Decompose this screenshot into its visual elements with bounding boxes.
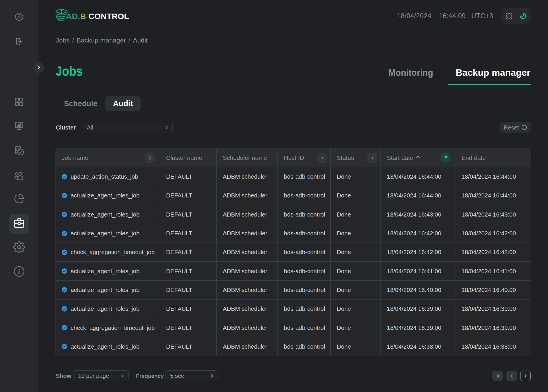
svg-text:i: i bbox=[18, 268, 20, 275]
